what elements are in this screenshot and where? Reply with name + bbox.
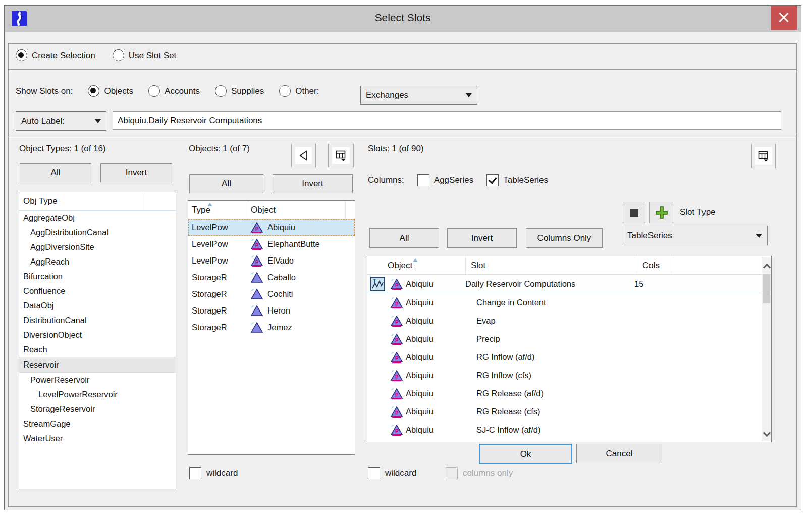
scrollbar-thumb[interactable] [763,274,770,303]
checkbox-disabled-icon [446,467,458,479]
list-item[interactable]: Confluence [19,284,176,298]
add-slot-type-button[interactable] [649,202,673,223]
radio-selected-icon [16,49,27,61]
objects-column-chooser-button[interactable] [328,144,354,167]
list-item[interactable]: PowerReservoir [19,373,176,387]
slots-invert-button[interactable]: Invert [447,228,517,248]
radio-unselected-icon [113,49,124,61]
objects-wildcard-checkbox[interactable]: wildcard [189,467,238,479]
radio-selected-icon [88,85,99,97]
list-item[interactable]: AggDiversionSite [19,240,176,254]
slots-all-button[interactable]: All [369,228,439,248]
storage-reservoir-icon [250,304,263,317]
list-item[interactable]: AggReach [19,254,176,269]
storage-reservoir-icon [250,271,263,284]
ok-button[interactable]: Ok [479,444,572,464]
show-object-types-button[interactable] [291,144,316,167]
list-item[interactable]: DistributionCanal [19,313,176,328]
object-row[interactable]: StorageR Cochiti [188,286,355,302]
list-item[interactable]: AggregateObj [19,211,176,225]
object-row[interactable]: StorageR Heron [188,302,355,319]
level-power-reservoir-icon [390,278,403,290]
list-item[interactable]: StreamGage [19,417,176,431]
slot-row[interactable]: Abiquiu SJ-C Inflow (af/d) [367,421,771,439]
slot-row[interactable]: Abiquiu RG Release (af/d) [367,384,771,402]
object-row[interactable]: StorageR Caballo [188,269,355,286]
list-item[interactable]: LevelPowerReservoir [19,387,176,402]
objects-table-header[interactable]: Type Object [188,201,355,219]
slot-row[interactable]: Abiquiu Evap [367,312,771,330]
level-power-reservoir-icon [390,351,403,364]
chevron-down-icon [466,93,472,97]
object-row[interactable]: LevelPow ElephantButte [188,236,355,252]
dialog-body: Create Selection Use Slot Set Show Slots… [8,43,797,507]
obj-type-header[interactable]: Obj Type [19,192,176,211]
radio-use-slot-set[interactable]: Use Slot Set [113,49,177,61]
slot-row[interactable]: Abiquiu RG Release (cfs) [367,402,771,421]
object-row[interactable]: StorageR Jemez [188,319,355,336]
slot-type-label: Slot Type [680,207,716,217]
tableseries-checkbox[interactable]: TableSeries [486,174,548,186]
other-category-dropdown[interactable]: Exchanges [360,86,477,105]
list-item[interactable]: DiversionObject [19,328,176,342]
radio-supplies[interactable]: Supplies [215,85,264,97]
cancel-button[interactable]: Cancel [576,444,662,463]
storage-reservoir-icon [250,288,263,300]
radio-create-selection[interactable]: Create Selection [16,49,95,61]
sort-ascending-icon [207,203,212,206]
columns-only-button[interactable]: Columns Only [526,228,603,248]
radio-unselected-icon [148,85,160,97]
checkbox-unchecked-icon [368,467,380,479]
aggseries-checkbox[interactable]: AggSeries [417,174,473,186]
object-types-list: Obj Type AggregateObj AggDistributionCan… [19,192,176,489]
slots-wildcard-checkbox[interactable]: wildcard [368,467,416,479]
slots-title: Slots: 1 (of 90) [368,144,424,154]
list-item[interactable]: Bifurcation [19,269,176,284]
checkbox-unchecked-icon [417,174,429,186]
svg-text:T: T [373,278,376,284]
object-types-invert-button[interactable]: Invert [100,163,172,182]
selection-mode-group: Create Selection Use Slot Set [16,49,176,61]
list-item[interactable]: DataObj [19,298,176,313]
slot-row-main[interactable]: T Abiquiu Daily Reservoir Computations 1… [367,275,771,293]
radio-accounts[interactable]: Accounts [148,85,200,97]
list-item[interactable]: WaterUser [19,431,176,446]
object-row[interactable]: LevelPow ElVado [188,252,355,269]
slot-type-dropdown[interactable]: TableSeries [622,226,768,245]
objects-invert-button[interactable]: Invert [273,174,353,193]
list-item[interactable]: StorageReservoir [19,402,176,417]
auto-label-dropdown[interactable]: Auto Label: [16,111,106,131]
level-power-reservoir-icon [390,333,403,345]
scroll-up-icon[interactable] [764,263,769,268]
level-power-reservoir-icon [250,238,263,250]
objects-all-button[interactable]: All [189,174,263,193]
objects-title: Objects: 1 (of 7) [189,144,250,154]
list-item[interactable]: Reach [19,342,176,357]
slot-row[interactable]: Abiquiu Precip [367,330,771,348]
separator [9,137,796,138]
list-item-highlighted[interactable]: Reservoir [19,357,176,373]
slot-type-square-button[interactable] [623,202,645,223]
label-text-input[interactable] [113,111,781,130]
chevron-down-icon [95,119,101,123]
scroll-down-icon[interactable] [764,430,769,435]
object-types-all-button[interactable]: All [20,163,91,182]
slot-row[interactable]: Abiquiu RG Inflow (cfs) [367,366,771,384]
slots-scrollbar[interactable] [762,257,771,441]
checkbox-checked-icon [486,174,499,186]
show-slots-on-group: Show Slots on: Objects Accounts Supplies… [16,85,319,97]
level-power-reservoir-icon [390,315,403,327]
radio-other[interactable]: Other: [279,85,319,97]
radio-objects[interactable]: Objects [88,85,133,97]
list-item[interactable]: AggDistributionCanal [19,225,176,240]
slots-column-chooser-button[interactable] [751,144,776,168]
level-power-reservoir-icon [390,405,403,418]
object-row-selected[interactable]: LevelPow Abiquiu [188,219,355,236]
radio-unselected-icon [279,85,291,97]
level-power-reservoir-icon [390,369,403,382]
slots-table-header[interactable]: Object Slot Cols [367,256,771,275]
slot-row[interactable]: Abiquiu Change in Content [367,293,771,312]
titlebar: Select Slots [5,6,801,32]
close-button[interactable] [771,6,797,30]
slot-row[interactable]: Abiquiu RG Inflow (af/d) [367,348,771,366]
